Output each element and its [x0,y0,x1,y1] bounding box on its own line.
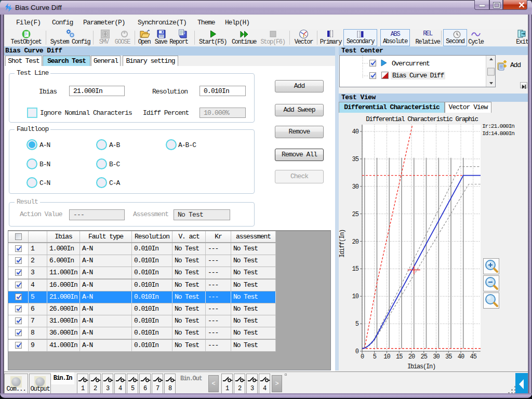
svg-text:30: 30 [433,353,440,361]
svg-text:35: 35 [352,156,359,163]
svg-text:10: 10 [352,293,359,300]
svg-text:Differential Characteristic Gr: Differential Characteristic Graphic [366,116,478,123]
svg-text:0: 0 [355,348,359,355]
svg-text:30: 30 [352,183,359,191]
svg-text:45: 45 [470,353,477,361]
svg-text:5: 5 [355,321,359,328]
svg-text:0: 0 [361,353,364,361]
svg-text:15: 15 [352,265,359,273]
svg-text:Ibias(In): Ibias(In) [407,363,435,370]
svg-text:Id:14.800In: Id:14.800In [482,130,514,137]
svg-text:5: 5 [373,353,377,361]
svg-text:25: 25 [352,211,359,218]
svg-text:Ir:21.000In: Ir:21.000In [482,123,514,129]
svg-text:35: 35 [445,353,452,361]
svg-text:Idiff(In): Idiff(In) [339,230,346,258]
svg-text:25: 25 [421,353,428,361]
svg-text:40: 40 [458,353,464,361]
svg-text:15: 15 [396,353,403,361]
svg-text:40: 40 [352,128,359,136]
svg-text:20: 20 [408,353,415,361]
svg-text:10: 10 [383,353,390,361]
svg-text:20: 20 [352,238,359,246]
